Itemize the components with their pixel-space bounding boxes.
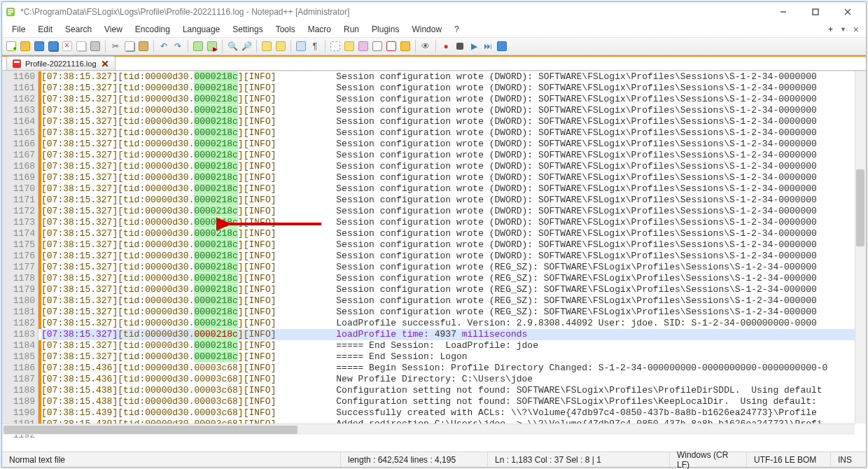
sync-v-icon[interactable] [260, 40, 273, 52]
play-macro-icon[interactable]: ▶ [468, 40, 480, 52]
zoom-in-icon[interactable]: 🔍 [226, 40, 239, 52]
cut-icon[interactable]: ✂ [109, 40, 122, 52]
monitor-icon[interactable]: 👁 [419, 40, 432, 52]
play-multi-icon[interactable]: ⏭ [482, 40, 494, 52]
code-line[interactable]: [07:38:15.436][tid:00000d30.00003c68][IN… [41, 363, 866, 374]
status-eol[interactable]: Windows (CR LF) [670, 452, 747, 467]
line-number[interactable]: 1178 [2, 273, 35, 284]
menu-file[interactable]: File [6, 23, 31, 36]
vertical-scroll-thumb[interactable] [856, 169, 864, 246]
record-macro-icon[interactable]: ● [440, 40, 452, 52]
code-line[interactable]: [07:38:15.436][tid:00000d30.00003c68][IN… [41, 374, 866, 385]
menu-view[interactable]: View [99, 23, 128, 36]
toolbar-dropdown-icon[interactable]: ▼ [840, 26, 846, 33]
close-button[interactable] [832, 4, 863, 20]
udl-icon[interactable] [343, 40, 356, 52]
line-number[interactable]: 1171 [2, 195, 35, 206]
menu-run[interactable]: Run [338, 23, 365, 36]
code-line[interactable]: [07:38:15.327][tid:00000d30.0000218c][IN… [41, 172, 866, 183]
code-line[interactable]: [07:38:15.438][tid:00000d30.00003c68][IN… [41, 385, 866, 396]
line-number[interactable]: 1175 [2, 239, 35, 251]
tab-close-icon[interactable] [101, 59, 109, 68]
code-line[interactable]: [07:38:15.327][tid:00000d30.0000218c][IN… [41, 105, 866, 116]
code-line[interactable]: [07:38:15.438][tid:00000d30.00003c68][IN… [41, 396, 866, 407]
print-icon[interactable] [89, 40, 102, 52]
menu-window[interactable]: Window [406, 23, 447, 36]
find-icon[interactable] [192, 40, 204, 52]
indent-guide-icon[interactable] [329, 40, 342, 52]
new-file-icon[interactable]: ● [5, 40, 18, 52]
line-number[interactable]: 1186 [2, 363, 35, 374]
code-line[interactable]: [07:38:15.327][tid:00000d30.0000218c][IN… [41, 273, 866, 284]
all-chars-icon[interactable]: ¶ [309, 40, 321, 52]
code-line[interactable]: [07:38:15.327][tid:00000d30.0000218c][IN… [41, 340, 866, 351]
code-line[interactable]: [07:38:15.327][tid:00000d30.0000218c][IN… [41, 295, 866, 307]
menu-search[interactable]: Search [59, 23, 97, 36]
redo-icon[interactable]: ↷ [172, 40, 184, 52]
line-number[interactable]: 1164 [2, 116, 35, 127]
docmap-icon[interactable] [357, 40, 370, 52]
folder-icon[interactable] [399, 40, 412, 52]
code-line[interactable]: [07:38:15.327][tid:00000d30.0000218c][IN… [41, 116, 866, 127]
line-number[interactable]: 1161 [2, 83, 35, 94]
sync-h-icon[interactable] [274, 40, 287, 52]
code-line[interactable]: [07:38:15.327][tid:00000d30.0000218c][IN… [41, 83, 866, 94]
menu-language[interactable]: Language [177, 23, 225, 36]
code-line[interactable]: [07:38:15.327][tid:00000d30.0000218c][IN… [41, 183, 866, 195]
code-line[interactable]: [07:38:15.327][tid:00000d30.0000218c][IN… [41, 251, 866, 262]
menu-edit[interactable]: Edit [32, 23, 58, 36]
paste-icon[interactable] [137, 40, 150, 52]
doclist-icon[interactable] [371, 40, 384, 52]
code-line[interactable]: [07:38:15.327][tid:00000d30.0000218c][IN… [41, 329, 866, 340]
line-number[interactable]: 1168 [2, 161, 35, 172]
line-number[interactable]: 1179 [2, 284, 35, 295]
toolbar-close-icon[interactable]: × [853, 24, 859, 35]
maximize-button[interactable] [800, 4, 831, 20]
open-file-icon[interactable] [19, 40, 31, 52]
code-line[interactable]: [07:38:15.327][tid:00000d30.0000218c][IN… [41, 71, 866, 83]
line-number[interactable]: 1165 [2, 127, 35, 139]
code-line[interactable]: [07:38:15.327][tid:00000d30.0000218c][IN… [41, 161, 866, 172]
menu-help[interactable]: ? [449, 23, 465, 36]
line-number[interactable]: 1167 [2, 150, 35, 161]
code-line[interactable]: [07:38:15.327][tid:00000d30.0000218c][IN… [41, 284, 866, 295]
line-number[interactable]: 1174 [2, 228, 35, 239]
text-area[interactable]: [07:38:15.327][tid:00000d30.0000218c][IN… [41, 71, 866, 435]
code-line[interactable]: [07:38:15.327][tid:00000d30.0000218c][IN… [41, 94, 866, 105]
line-number[interactable]: 1181 [2, 307, 35, 318]
line-number[interactable]: 1162 [2, 94, 35, 105]
menu-macro[interactable]: Macro [302, 23, 337, 36]
save-icon[interactable] [33, 40, 46, 52]
menu-encoding[interactable]: Encoding [130, 23, 176, 36]
line-number[interactable]: 1184 [2, 340, 35, 351]
line-number[interactable]: 1163 [2, 105, 35, 116]
code-line[interactable]: [07:38:15.327][tid:00000d30.0000218c][IN… [41, 127, 866, 139]
horizontal-scroll-thumb[interactable] [4, 426, 298, 434]
line-number-gutter[interactable]: 1160116111621163116411651166116711681169… [2, 71, 38, 435]
replace-icon[interactable]: ▶ [206, 40, 218, 52]
tab-active[interactable]: Profile-20221116.log [6, 56, 115, 70]
code-line[interactable]: [07:38:15.439][tid:00000d30.00003c68][IN… [41, 407, 866, 419]
undo-icon[interactable]: ↶ [158, 40, 170, 52]
wordwrap-icon[interactable] [295, 40, 307, 52]
line-number[interactable]: 1173 [2, 217, 35, 228]
line-number[interactable]: 1187 [2, 374, 35, 385]
minimize-button[interactable] [768, 4, 799, 20]
code-line[interactable]: [07:38:15.327][tid:00000d30.0000218c][IN… [41, 195, 866, 206]
close-file-icon[interactable]: × [61, 40, 74, 52]
line-number[interactable]: 1188 [2, 385, 35, 396]
vertical-scrollbar[interactable] [855, 71, 866, 424]
code-line[interactable]: [07:38:15.327][tid:00000d30.0000218c][IN… [41, 228, 866, 239]
line-number[interactable]: 1185 [2, 351, 35, 363]
menu-settings[interactable]: Settings [227, 23, 268, 36]
code-line[interactable]: [07:38:15.327][tid:00000d30.0000218c][IN… [41, 150, 866, 161]
code-line[interactable]: [07:38:15.327][tid:00000d30.0000218c][IN… [41, 139, 866, 150]
line-number[interactable]: 1189 [2, 396, 35, 407]
copy-icon[interactable] [123, 40, 136, 52]
code-line[interactable]: [07:38:15.327][tid:00000d30.0000218c][IN… [41, 307, 866, 318]
zoom-out-icon[interactable]: 🔎 [240, 40, 253, 52]
toolbar-plus-icon[interactable]: + [828, 24, 833, 34]
line-number[interactable]: 1172 [2, 206, 35, 217]
line-number[interactable]: 1182 [2, 318, 35, 329]
line-number[interactable]: 1176 [2, 251, 35, 262]
